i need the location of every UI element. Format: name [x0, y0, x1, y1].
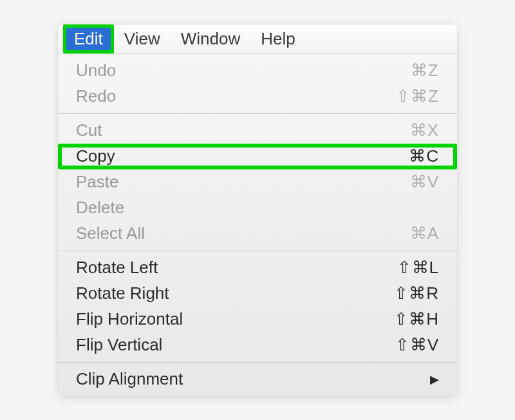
menu-item-label: Flip Horizontal: [76, 309, 183, 329]
menu-item-shortcut: ⌘V: [410, 172, 439, 192]
menu-item-shortcut: ⌘A: [410, 224, 439, 243]
menu-item-flip-vertical[interactable]: Flip Vertical ⇧⌘V: [58, 332, 457, 358]
menu-item-paste[interactable]: Paste ⌘V: [58, 169, 457, 195]
menu-item-rotate-right[interactable]: Rotate Right ⇧⌘R: [58, 281, 457, 307]
menu-item-label: Paste: [76, 172, 119, 192]
menu-item-label: Delete: [76, 198, 124, 218]
menu-item-label: Redo: [76, 86, 116, 106]
menubar-item-label: Edit: [74, 29, 103, 49]
menu-item-clip-alignment[interactable]: Clip Alignment ▶: [58, 367, 457, 392]
menu-item-label: Rotate Right: [76, 283, 169, 303]
menu-item-copy[interactable]: Copy ⌘C: [58, 144, 457, 169]
menu-separator: [58, 113, 457, 114]
menu-item-label: Copy: [76, 146, 115, 166]
menu-item-flip-horizontal[interactable]: Flip Horizontal ⇧⌘H: [58, 307, 457, 332]
menubar-item-help[interactable]: Help: [250, 24, 305, 53]
menu-separator: [58, 362, 457, 363]
menu-item-label: Select All: [76, 224, 145, 243]
menu-item-shortcut: ⇧⌘Z: [396, 86, 439, 106]
menu-separator: [58, 251, 457, 251]
menubar-item-edit[interactable]: Edit: [63, 24, 114, 53]
menu-item-shortcut: ⇧⌘H: [394, 309, 439, 329]
menu-item-delete[interactable]: Delete: [58, 195, 457, 221]
menubar: Edit View Window Help: [58, 24, 457, 54]
menu-item-label: Cut: [76, 120, 102, 140]
menubar-item-label: Help: [261, 29, 295, 49]
menu-item-cut[interactable]: Cut ⌘X: [58, 118, 457, 144]
menu-item-shortcut: ⌘Z: [411, 61, 439, 81]
menubar-item-view[interactable]: View: [114, 24, 171, 53]
menu-item-select-all[interactable]: Select All ⌘A: [58, 221, 457, 247]
menu-item-shortcut: ⇧⌘V: [395, 335, 439, 355]
menu-item-label: Clip Alignment: [76, 369, 183, 389]
submenu-arrow-icon: ▶: [430, 372, 439, 387]
menu-item-redo[interactable]: Redo ⇧⌘Z: [58, 84, 457, 110]
menubar-item-label: Window: [181, 29, 240, 49]
menu-item-shortcut: ⌘C: [409, 146, 439, 166]
menu-item-rotate-left[interactable]: Rotate Left ⇧⌘L: [58, 255, 457, 281]
edit-dropdown: Undo ⌘Z Redo ⇧⌘Z Cut ⌘X Copy ⌘C Paste ⌘V…: [58, 54, 457, 396]
menu-item-label: Rotate Left: [76, 258, 158, 278]
edit-menu-frame: Edit View Window Help Undo ⌘Z Redo ⇧⌘Z C…: [58, 24, 457, 396]
menu-item-shortcut: ⇧⌘R: [394, 283, 439, 303]
menubar-item-label: View: [124, 29, 160, 49]
menu-item-label: Flip Vertical: [76, 335, 162, 355]
menu-item-label: Undo: [76, 61, 116, 81]
menubar-item-window[interactable]: Window: [171, 24, 250, 53]
menu-item-shortcut: ⇧⌘L: [397, 258, 439, 278]
menu-item-undo[interactable]: Undo ⌘Z: [58, 58, 457, 84]
menu-item-shortcut: ⌘X: [410, 120, 439, 140]
menubar-spacer: [58, 24, 63, 53]
